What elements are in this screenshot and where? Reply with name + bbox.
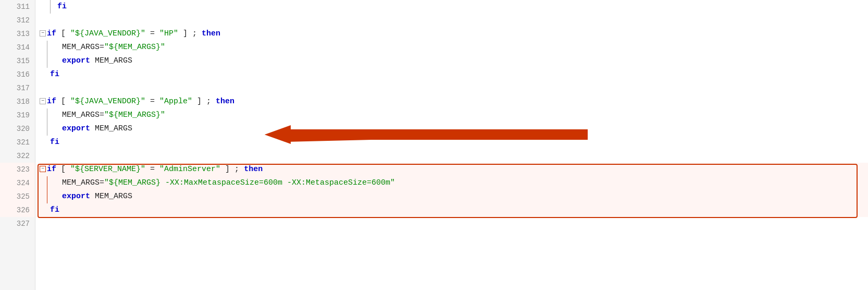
code-line-311: fi (40, 0, 868, 14)
code-editor: 311 312 313 314 315 316 317 318 319 320 … (0, 0, 868, 290)
code-line-323: − if [ "${SERVER_NAME}" = "AdminServer" … (40, 163, 868, 176)
line-num-320: 320 (0, 122, 35, 136)
line-num-317: 317 (0, 81, 35, 95)
code-line-314: MEM_ARGS="${MEM_ARGS}" (40, 41, 868, 54)
line-num-325: 325 (0, 190, 35, 203)
code-line-325: export MEM_ARGS (40, 190, 868, 203)
line-num-323: 323 (0, 163, 35, 176)
collapse-323[interactable]: − (40, 166, 46, 172)
collapse-313[interactable]: − (40, 30, 46, 37)
line-num-313: 313 (0, 27, 35, 41)
code-line-312 (40, 14, 868, 27)
line-num-319: 319 (0, 108, 35, 122)
line-num-324: 324 (0, 176, 35, 190)
line-num-314: 314 (0, 41, 35, 54)
line-num-315: 315 (0, 54, 35, 68)
code-line-326: fi (40, 203, 868, 217)
code-line-327 (40, 217, 868, 231)
code-line-316: fi (40, 68, 868, 81)
code-line-313: − if [ "${JAVA_VENDOR}" = "HP" ] ; then (40, 27, 868, 41)
code-text-311: fi (57, 0, 67, 14)
code-content: fi − if [ "${JAVA_VENDOR}" = "HP" ] ; th… (35, 0, 868, 290)
line-num-327: 327 (0, 217, 35, 231)
code-line-322 (40, 149, 868, 163)
line-num-322: 322 (0, 149, 35, 163)
line-numbers-gutter: 311 312 313 314 315 316 317 318 319 320 … (0, 0, 35, 290)
line-num-318: 318 (0, 95, 35, 108)
code-line-320: export MEM_ARGS (40, 122, 868, 136)
code-line-324: MEM_ARGS="${MEM_ARGS} -XX:MaxMetaspaceSi… (40, 176, 868, 190)
line-num-321: 321 (0, 136, 35, 149)
code-line-317 (40, 81, 868, 95)
line-num-326: 326 (0, 203, 35, 217)
line-num-312: 312 (0, 14, 35, 27)
code-line-318: − if [ "${JAVA_VENDOR}" = "Apple" ] ; th… (40, 95, 868, 108)
collapse-318[interactable]: − (40, 98, 46, 104)
line-num-311: 311 (0, 0, 35, 14)
line-num-316: 316 (0, 68, 35, 81)
code-line-321: fi (40, 136, 868, 149)
code-line-319: MEM_ARGS="${MEM_ARGS}" (40, 108, 868, 122)
code-line-315: export MEM_ARGS (40, 54, 868, 68)
